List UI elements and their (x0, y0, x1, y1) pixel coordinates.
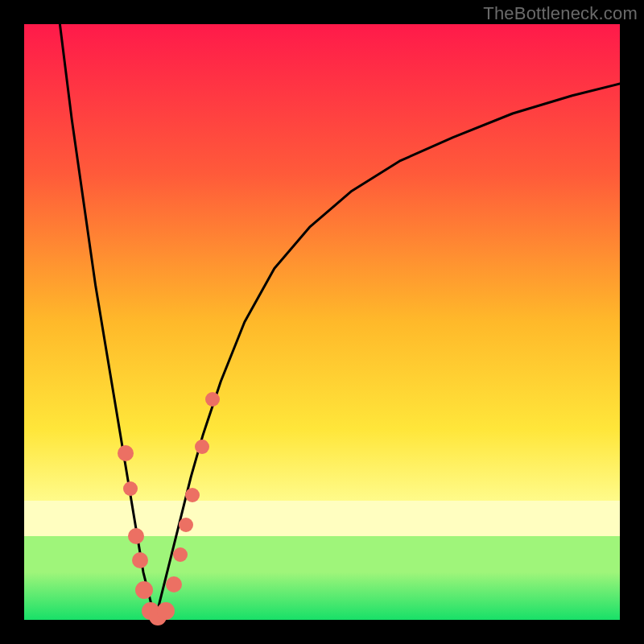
data-marker (157, 602, 175, 620)
data-marker (128, 528, 144, 544)
data-marker (179, 518, 193, 532)
data-marker (132, 552, 148, 568)
bottleneck-curve (24, 24, 620, 620)
chart-stage: TheBottleneck.com (0, 0, 644, 644)
data-marker (118, 445, 134, 461)
data-marker (195, 440, 209, 454)
data-marker (166, 576, 182, 592)
data-marker (173, 547, 188, 562)
plot-area (24, 24, 620, 620)
watermark-label: TheBottleneck.com (483, 3, 638, 24)
data-marker (185, 488, 200, 502)
data-marker (123, 481, 138, 496)
data-marker (205, 392, 220, 407)
data-marker (135, 581, 153, 599)
